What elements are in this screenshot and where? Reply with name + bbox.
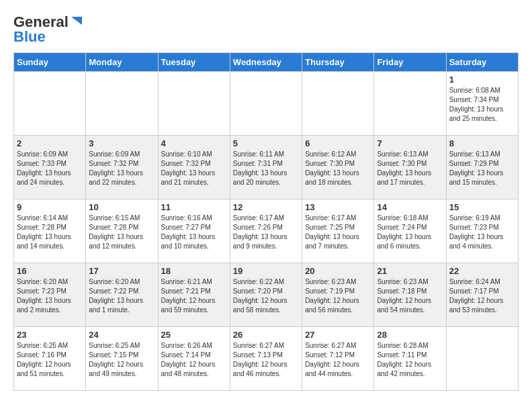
calendar-cell: 15Sunrise: 6:19 AM Sunset: 7:23 PM Dayli… <box>446 199 518 263</box>
day-number: 15 <box>449 202 515 212</box>
calendar-cell: 5Sunrise: 6:11 AM Sunset: 7:31 PM Daylig… <box>230 136 302 199</box>
calendar-cell <box>230 72 302 136</box>
day-number: 8 <box>449 138 515 148</box>
calendar-cell: 26Sunrise: 6:27 AM Sunset: 7:13 PM Dayli… <box>230 327 302 391</box>
calendar-cell: 2Sunrise: 6:09 AM Sunset: 7:33 PM Daylig… <box>14 136 86 199</box>
day-number: 10 <box>89 202 154 212</box>
day-info: Sunrise: 6:15 AM Sunset: 7:28 PM Dayligh… <box>89 214 154 251</box>
day-info: Sunrise: 6:19 AM Sunset: 7:23 PM Dayligh… <box>449 214 515 251</box>
calendar-table: SundayMondayTuesdayWednesdayThursdayFrid… <box>13 52 519 391</box>
calendar-cell: 3Sunrise: 6:09 AM Sunset: 7:32 PM Daylig… <box>86 136 158 199</box>
day-number: 5 <box>233 138 299 148</box>
day-info: Sunrise: 6:24 AM Sunset: 7:17 PM Dayligh… <box>449 277 515 315</box>
day-info: Sunrise: 6:12 AM Sunset: 7:30 PM Dayligh… <box>305 150 371 187</box>
day-info: Sunrise: 6:23 AM Sunset: 7:18 PM Dayligh… <box>377 277 443 315</box>
day-number: 21 <box>377 266 443 276</box>
day-number: 16 <box>17 266 83 276</box>
day-info: Sunrise: 6:11 AM Sunset: 7:31 PM Dayligh… <box>233 150 299 187</box>
day-number: 13 <box>305 202 371 212</box>
weekday-header: Monday <box>86 53 158 72</box>
day-number: 17 <box>89 266 154 276</box>
page-header: General Blue <box>13 13 519 46</box>
day-info: Sunrise: 6:10 AM Sunset: 7:32 PM Dayligh… <box>161 150 227 187</box>
day-info: Sunrise: 6:27 AM Sunset: 7:13 PM Dayligh… <box>233 341 299 379</box>
calendar-cell: 25Sunrise: 6:26 AM Sunset: 7:14 PM Dayli… <box>158 327 230 391</box>
calendar-week-row: 16Sunrise: 6:20 AM Sunset: 7:23 PM Dayli… <box>14 263 519 327</box>
calendar-cell: 17Sunrise: 6:20 AM Sunset: 7:22 PM Dayli… <box>86 263 158 327</box>
day-info: Sunrise: 6:17 AM Sunset: 7:25 PM Dayligh… <box>305 214 371 251</box>
calendar-cell: 11Sunrise: 6:16 AM Sunset: 7:27 PM Dayli… <box>158 199 230 263</box>
day-number: 25 <box>161 330 227 340</box>
weekday-header: Sunday <box>14 53 86 72</box>
day-number: 7 <box>377 138 443 148</box>
weekday-header: Friday <box>374 53 446 72</box>
calendar-header-row: SundayMondayTuesdayWednesdayThursdayFrid… <box>14 53 519 72</box>
day-info: Sunrise: 6:09 AM Sunset: 7:32 PM Dayligh… <box>89 150 154 187</box>
day-number: 3 <box>89 138 154 148</box>
day-info: Sunrise: 6:21 AM Sunset: 7:21 PM Dayligh… <box>161 277 227 315</box>
weekday-header: Saturday <box>446 53 518 72</box>
day-number: 4 <box>161 138 227 148</box>
calendar-cell <box>302 72 374 136</box>
day-number: 11 <box>161 202 227 212</box>
day-info: Sunrise: 6:26 AM Sunset: 7:14 PM Dayligh… <box>161 341 227 379</box>
day-info: Sunrise: 6:22 AM Sunset: 7:20 PM Dayligh… <box>233 277 299 315</box>
calendar-week-row: 2Sunrise: 6:09 AM Sunset: 7:33 PM Daylig… <box>14 136 519 199</box>
calendar-cell <box>14 72 86 136</box>
day-info: Sunrise: 6:25 AM Sunset: 7:15 PM Dayligh… <box>89 341 154 379</box>
calendar-cell: 18Sunrise: 6:21 AM Sunset: 7:21 PM Dayli… <box>158 263 230 327</box>
day-number: 22 <box>449 266 515 276</box>
day-info: Sunrise: 6:28 AM Sunset: 7:11 PM Dayligh… <box>377 341 443 379</box>
calendar-cell: 24Sunrise: 6:25 AM Sunset: 7:15 PM Dayli… <box>86 327 158 391</box>
calendar-cell <box>374 72 446 136</box>
day-info: Sunrise: 6:20 AM Sunset: 7:23 PM Dayligh… <box>17 277 83 315</box>
calendar-cell: 12Sunrise: 6:17 AM Sunset: 7:26 PM Dayli… <box>230 199 302 263</box>
logo-icon <box>70 15 83 29</box>
day-info: Sunrise: 6:14 AM Sunset: 7:28 PM Dayligh… <box>17 214 83 251</box>
calendar-cell: 19Sunrise: 6:22 AM Sunset: 7:20 PM Dayli… <box>230 263 302 327</box>
calendar-cell: 27Sunrise: 6:27 AM Sunset: 7:12 PM Dayli… <box>302 327 374 391</box>
day-number: 20 <box>305 266 371 276</box>
calendar-cell <box>158 72 230 136</box>
day-number: 28 <box>377 330 443 340</box>
calendar-week-row: 1Sunrise: 6:08 AM Sunset: 7:34 PM Daylig… <box>14 72 519 136</box>
day-info: Sunrise: 6:27 AM Sunset: 7:12 PM Dayligh… <box>305 341 371 379</box>
weekday-header: Thursday <box>302 53 374 72</box>
day-number: 9 <box>17 202 83 212</box>
day-number: 2 <box>17 138 83 148</box>
calendar-cell: 16Sunrise: 6:20 AM Sunset: 7:23 PM Dayli… <box>14 263 86 327</box>
calendar-cell: 28Sunrise: 6:28 AM Sunset: 7:11 PM Dayli… <box>374 327 446 391</box>
calendar-cell: 4Sunrise: 6:10 AM Sunset: 7:32 PM Daylig… <box>158 136 230 199</box>
calendar-cell: 10Sunrise: 6:15 AM Sunset: 7:28 PM Dayli… <box>86 199 158 263</box>
calendar-cell: 13Sunrise: 6:17 AM Sunset: 7:25 PM Dayli… <box>302 199 374 263</box>
day-number: 23 <box>17 330 83 340</box>
day-number: 18 <box>161 266 227 276</box>
day-number: 14 <box>377 202 443 212</box>
day-number: 24 <box>89 330 154 340</box>
weekday-header: Wednesday <box>230 53 302 72</box>
day-info: Sunrise: 6:16 AM Sunset: 7:27 PM Dayligh… <box>161 214 227 251</box>
day-info: Sunrise: 6:20 AM Sunset: 7:22 PM Dayligh… <box>89 277 154 315</box>
day-number: 19 <box>233 266 299 276</box>
calendar-cell: 9Sunrise: 6:14 AM Sunset: 7:28 PM Daylig… <box>14 199 86 263</box>
day-info: Sunrise: 6:13 AM Sunset: 7:30 PM Dayligh… <box>377 150 443 187</box>
day-info: Sunrise: 6:23 AM Sunset: 7:19 PM Dayligh… <box>305 277 371 315</box>
calendar-week-row: 9Sunrise: 6:14 AM Sunset: 7:28 PM Daylig… <box>14 199 519 263</box>
day-number: 26 <box>233 330 299 340</box>
calendar-cell: 7Sunrise: 6:13 AM Sunset: 7:30 PM Daylig… <box>374 136 446 199</box>
weekday-header: Tuesday <box>158 53 230 72</box>
day-info: Sunrise: 6:18 AM Sunset: 7:24 PM Dayligh… <box>377 214 443 251</box>
calendar-cell <box>446 327 518 391</box>
day-info: Sunrise: 6:09 AM Sunset: 7:33 PM Dayligh… <box>17 150 83 187</box>
calendar-cell: 14Sunrise: 6:18 AM Sunset: 7:24 PM Dayli… <box>374 199 446 263</box>
calendar-cell <box>86 72 158 136</box>
logo-blue: Blue <box>13 28 46 46</box>
day-info: Sunrise: 6:17 AM Sunset: 7:26 PM Dayligh… <box>233 214 299 251</box>
calendar-cell: 23Sunrise: 6:25 AM Sunset: 7:16 PM Dayli… <box>14 327 86 391</box>
day-info: Sunrise: 6:08 AM Sunset: 7:34 PM Dayligh… <box>449 86 515 124</box>
svg-marker-0 <box>71 17 82 25</box>
day-info: Sunrise: 6:25 AM Sunset: 7:16 PM Dayligh… <box>17 341 83 379</box>
logo: General Blue <box>13 13 83 46</box>
calendar-cell: 8Sunrise: 6:13 AM Sunset: 7:29 PM Daylig… <box>446 136 518 199</box>
calendar-cell: 20Sunrise: 6:23 AM Sunset: 7:19 PM Dayli… <box>302 263 374 327</box>
